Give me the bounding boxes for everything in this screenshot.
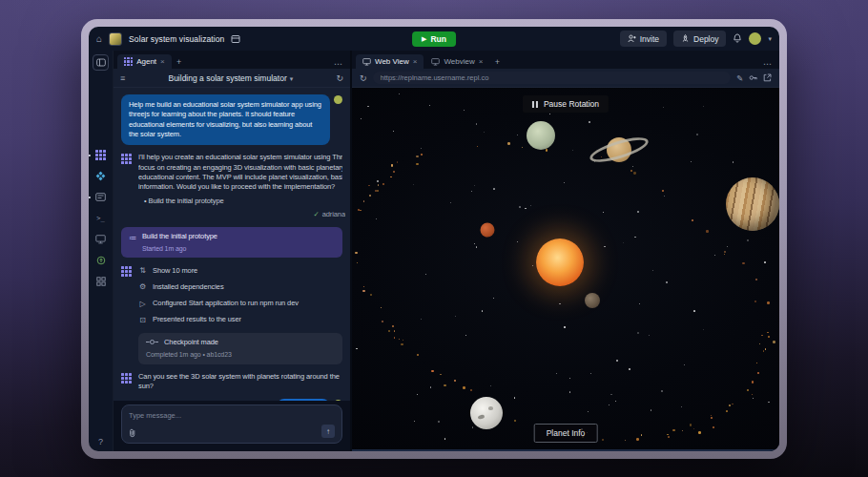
star: [649, 335, 650, 336]
progress-item-show-more[interactable]: ⇅ Show 10 more: [138, 265, 342, 276]
star: [564, 326, 566, 328]
avatar-chevron-icon[interactable]: ▾: [768, 35, 772, 43]
tab-agent[interactable]: Agent ×: [117, 54, 172, 69]
notifications-bell-icon[interactable]: [733, 33, 742, 44]
user-avatar[interactable]: [749, 32, 761, 45]
webview-tab-add-button[interactable]: +: [490, 54, 504, 69]
progress-label: Presented results to the user: [153, 315, 241, 324]
user-mini-avatar: [334, 400, 342, 401]
star: [559, 303, 560, 304]
agent-tab-close-icon[interactable]: ×: [160, 57, 165, 66]
deploy-button[interactable]: Deploy: [673, 31, 726, 47]
star: [464, 110, 465, 111]
tab-webview-2[interactable]: Webview ×: [424, 54, 489, 69]
star: [632, 166, 633, 167]
star: [637, 211, 639, 213]
agent-tab-add-button[interactable]: +: [173, 54, 186, 69]
asteroid: [768, 336, 770, 338]
run-button[interactable]: ▶ Run: [412, 31, 456, 47]
star: [476, 246, 478, 248]
planet-mercury[interactable]: [585, 293, 600, 308]
refresh-icon[interactable]: ↻: [360, 73, 367, 83]
star: [393, 131, 394, 132]
star: [474, 243, 475, 244]
star: [589, 121, 590, 123]
planet-jupiter[interactable]: [726, 177, 779, 231]
star: [367, 106, 368, 107]
agent-panel-overflow-icon[interactable]: ⋯: [330, 59, 346, 69]
progress-item-presented-results[interactable]: ⊡ Presented results to the user: [138, 315, 342, 325]
star: [733, 161, 734, 162]
planet-moon[interactable]: [470, 397, 503, 429]
edit-pencil-icon[interactable]: ✎: [736, 73, 743, 83]
progress-item-configured-start[interactable]: ▷ Configured Start application to run np…: [138, 299, 342, 309]
tab-close-icon[interactable]: ×: [479, 57, 484, 66]
webview-panel-overflow-icon[interactable]: ⋯: [759, 59, 775, 69]
star: [590, 373, 591, 374]
asteroid: [767, 332, 768, 333]
task-card-body: Build the initial prototype Started 1m a…: [142, 232, 217, 253]
rail-tools-grid-icon[interactable]: [93, 275, 108, 287]
asteroid: [752, 381, 754, 383]
asteroid: [382, 183, 384, 185]
tab-label: Webview: [444, 57, 474, 66]
tab-close-icon[interactable]: ×: [413, 57, 418, 66]
checkpoint-title: Checkpoint made: [164, 338, 218, 347]
planet-info-button[interactable]: Planet Info: [534, 424, 598, 443]
asteroid: [431, 370, 433, 372]
asteroid: [370, 294, 372, 296]
send-button[interactable]: ↑: [321, 425, 335, 438]
star: [361, 118, 362, 119]
asteroid: [416, 163, 418, 165]
planet-mars[interactable]: [481, 222, 495, 237]
invite-button[interactable]: Invite: [620, 31, 667, 47]
asteroid: [416, 156, 418, 157]
planet-sun[interactable]: [536, 238, 584, 286]
rail-assistant-icon[interactable]: [93, 170, 108, 182]
sidebar-toggle-icon[interactable]: [93, 54, 109, 71]
rail-shell-icon[interactable]: >_: [93, 212, 108, 224]
conversation-title: Building a solar system simulator: [168, 73, 286, 83]
rail-deployments-icon[interactable]: [93, 254, 108, 266]
progress-group: ⇅ Show 10 more ⚙ Installed dependencies …: [121, 265, 342, 324]
home-icon[interactable]: ⌂: [96, 34, 102, 44]
help-button[interactable]: ?: [98, 437, 103, 446]
star: [490, 385, 491, 386]
open-external-icon[interactable]: [763, 73, 772, 82]
rail-agent-icon[interactable]: [93, 149, 108, 161]
history-icon[interactable]: ↻: [336, 73, 343, 83]
planet-saturn[interactable]: [607, 137, 631, 162]
rail-webview-icon[interactable]: [93, 233, 108, 245]
progress-item-dependencies[interactable]: ⚙ Installed dependencies: [138, 281, 342, 292]
checkpoint-card[interactable]: Checkpoint made Completed 1m ago • ab1cd…: [138, 333, 342, 364]
pause-rotation-button[interactable]: Pause Rotation: [523, 95, 609, 113]
assistant-bullet-label: Build the initial prototype: [149, 197, 224, 205]
asteroid: [625, 440, 626, 441]
asteroid: [363, 200, 365, 202]
star: [693, 310, 695, 312]
conversation-title-dropdown[interactable]: Building a solar system simulator▾: [125, 73, 336, 83]
asteroid: [355, 252, 357, 254]
star: [664, 196, 665, 197]
rail-tools: >_: [93, 149, 108, 287]
task-status: Started 1m ago: [142, 244, 217, 254]
planet-uranus[interactable]: [527, 121, 555, 150]
message-input[interactable]: [129, 411, 335, 420]
app-window: ⌂ Solar system visualization ▶ Run Invit…: [89, 27, 779, 451]
url-input[interactable]: [373, 72, 731, 84]
task-card[interactable]: ≔ Build the initial prototype Started 1m…: [121, 227, 342, 258]
archive-icon[interactable]: [231, 34, 240, 44]
asteroid: [357, 262, 358, 263]
asteroid: [390, 176, 391, 177]
asteroid: [759, 343, 760, 344]
asteroid: [641, 434, 642, 435]
devtools-key-icon[interactable]: [749, 73, 757, 82]
agent-avatar-icon: [121, 373, 133, 384]
attachment-paperclip-icon[interactable]: [129, 428, 136, 438]
asteroid: [756, 363, 757, 363]
tab-web-view[interactable]: Web View ×: [356, 54, 424, 69]
rail-console-icon[interactable]: [93, 191, 108, 203]
device-frame: ⌂ Solar system visualization ▶ Run Invit…: [81, 19, 787, 459]
user-message-row: Help me build an educational solar syste…: [121, 94, 342, 145]
scene[interactable]: Pause Rotation Planet Info: [352, 88, 779, 451]
